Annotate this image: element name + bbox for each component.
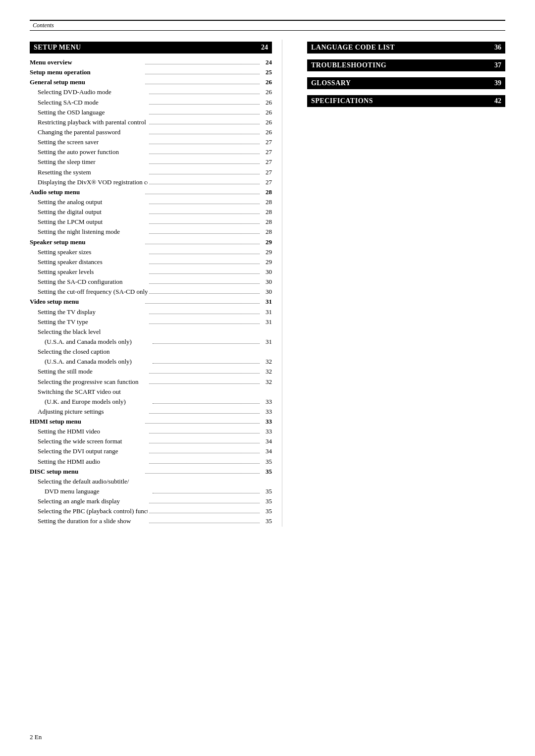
troubleshooting-header: TROUBLESHOOTING 37 bbox=[307, 59, 505, 71]
toc-entry-label: Selecting the progressive scan function bbox=[38, 377, 148, 387]
toc-entry-page: 28 bbox=[261, 227, 272, 237]
toc-entry: Selecting the DVI output range34 bbox=[30, 446, 272, 456]
toc-entry-label: Setting the still mode bbox=[38, 367, 148, 377]
toc-entry: Setting the night listening mode28 bbox=[30, 227, 272, 237]
toc-entry: Selecting an angle mark display35 bbox=[30, 496, 272, 506]
troubleshooting-page: 37 bbox=[494, 61, 501, 69]
toc-entry-label: HDMI setup menu bbox=[30, 417, 144, 427]
toc-entry-page: 35 bbox=[261, 506, 272, 516]
toc-entry-label: Selecting the wide screen format bbox=[38, 436, 148, 446]
glossary-title: GLOSSARY bbox=[311, 79, 351, 87]
toc-entry-label: Setting the OSD language bbox=[38, 108, 148, 117]
toc-entry-page: 30 bbox=[261, 277, 272, 287]
toc-entry-label: Setting the LPCM output bbox=[38, 217, 148, 227]
content-area: SETUP MENU 24 Menu overview24Setup menu … bbox=[30, 40, 505, 527]
toc-entry-label: Resetting the system bbox=[38, 167, 148, 177]
toc-entry-page: 26 bbox=[261, 127, 272, 137]
setup-menu-header: SETUP MENU 24 bbox=[30, 42, 272, 54]
toc-entry: Setting the OSD language26 bbox=[30, 108, 272, 117]
specifications-page: 42 bbox=[494, 97, 501, 105]
toc-entry-page: 30 bbox=[261, 267, 272, 277]
toc-entry-page: 32 bbox=[261, 377, 272, 387]
toc-entry: Setting the analog output28 bbox=[30, 197, 272, 207]
toc-entry-line2: (U.S.A. and Canada models only)32 bbox=[38, 357, 272, 367]
toc-entry-label: Video setup menu bbox=[30, 297, 144, 307]
toc-entry-page: 35 bbox=[261, 457, 272, 467]
toc-entry: Menu overview24 bbox=[30, 57, 272, 67]
page-footer: 2 En bbox=[30, 733, 42, 741]
toc-entry: Setting the HDMI audio35 bbox=[30, 457, 272, 467]
toc-entry-dots bbox=[149, 443, 259, 443]
toc-entry-page: 33 bbox=[261, 427, 272, 436]
toc-entry-dots bbox=[145, 473, 259, 474]
toc-entry-label: Changing the parental password bbox=[38, 127, 148, 137]
toc-entry-page: 35 bbox=[261, 486, 272, 496]
toc-entry-label: Selecting DVD-Audio mode bbox=[38, 87, 148, 97]
toc-entry: Displaying the DivX® VOD registration co… bbox=[30, 177, 272, 187]
toc-entry-label: Setting the TV type bbox=[38, 317, 148, 327]
toc-entry-dots bbox=[149, 233, 259, 234]
language-code-list-title: LANGUAGE CODE LIST bbox=[311, 44, 395, 52]
language-code-list-section: LANGUAGE CODE LIST 36 bbox=[307, 42, 505, 54]
toc-entry-multiline: Selecting the closed caption(U.S.A. and … bbox=[30, 347, 272, 367]
toc-entry-label: Displaying the DivX® VOD registration co… bbox=[38, 177, 148, 187]
toc-entry-page: 27 bbox=[261, 137, 272, 147]
toc-entry-dots bbox=[145, 74, 259, 74]
toc-entry: Setting the auto power function27 bbox=[30, 147, 272, 157]
toc-entry-dots bbox=[149, 373, 259, 374]
toc-entry-dots bbox=[149, 324, 259, 324]
toc-entry-dots bbox=[149, 104, 259, 105]
toc-entry-page: 34 bbox=[261, 436, 272, 446]
toc-entry-page: 35 bbox=[261, 467, 272, 477]
toc-entry-label: DISC setup menu bbox=[30, 467, 144, 477]
toc-entry: General setup menu26 bbox=[30, 77, 272, 87]
toc-entry-label: Setting speaker distances bbox=[38, 257, 148, 267]
toc-entry-dots bbox=[149, 433, 259, 433]
toc-entry-line2-label: (U.K. and Europe models only) bbox=[45, 397, 151, 407]
toc-entry-dots bbox=[145, 64, 259, 64]
toc-entry: Audio setup menu28 bbox=[30, 187, 272, 197]
toc-entry-page: 26 bbox=[261, 98, 272, 108]
toc-entry-page: 28 bbox=[261, 187, 272, 197]
toc-entry-label: Setting the sleep timer bbox=[38, 157, 148, 167]
toc-entry-label: Selecting the closed caption bbox=[38, 347, 272, 357]
toc-entry-page: 33 bbox=[261, 397, 272, 407]
toc-entry-line2: (U.K. and Europe models only)33 bbox=[38, 397, 272, 407]
toc-entry-line2: DVD menu language35 bbox=[38, 486, 272, 496]
specifications-title: SPECIFICATIONS bbox=[311, 97, 373, 105]
toc-entry-page: 26 bbox=[261, 117, 272, 127]
toc-entry-label: General setup menu bbox=[30, 77, 144, 87]
toc-entry-label: Setting the analog output bbox=[38, 197, 148, 207]
toc-entry-label: Setting the HDMI video bbox=[38, 427, 148, 436]
toc-entry-dots bbox=[153, 343, 259, 344]
header-bar: Contents bbox=[30, 20, 505, 31]
toc-entry-label: Setting the night listening mode bbox=[38, 227, 148, 237]
toc-entry: Setting the SA-CD configuration30 bbox=[30, 277, 272, 287]
glossary-section: GLOSSARY 39 bbox=[307, 77, 505, 89]
toc-entry-label: Speaker setup menu bbox=[30, 237, 144, 247]
toc-entry-page: 28 bbox=[261, 197, 272, 207]
toc-entry-label: Restricting playback with parental contr… bbox=[38, 117, 148, 127]
toc-entry: Setting the TV type31 bbox=[30, 317, 272, 327]
toc-entry-line2-label: (U.S.A. and Canada models only) bbox=[45, 337, 151, 347]
toc-entry-page: 28 bbox=[261, 217, 272, 227]
toc-entry-page: 27 bbox=[261, 177, 272, 187]
toc-entry-dots bbox=[149, 134, 259, 134]
language-code-list-header: LANGUAGE CODE LIST 36 bbox=[307, 42, 505, 54]
toc-entry-dots bbox=[153, 493, 259, 493]
toc-entry: Setting the duration for a slide show35 bbox=[30, 516, 272, 526]
setup-menu-title: SETUP MENU bbox=[34, 44, 81, 52]
toc-entry: Setting the screen saver27 bbox=[30, 137, 272, 147]
language-code-list-page: 36 bbox=[494, 44, 501, 52]
toc-entry-dots bbox=[149, 163, 259, 164]
toc-entry-page: 27 bbox=[261, 157, 272, 167]
toc-entry: Setting the cut-off frequency (SA-CD onl… bbox=[30, 287, 272, 297]
toc-entry-page: 24 bbox=[261, 57, 272, 67]
toc-entry-dots bbox=[145, 194, 259, 194]
troubleshooting-section: TROUBLESHOOTING 37 bbox=[307, 59, 505, 71]
toc-entry-label: Setting the SA-CD configuration bbox=[38, 277, 148, 287]
toc-entry-dots bbox=[149, 184, 259, 184]
toc-entry-page: 27 bbox=[261, 147, 272, 157]
toc-entry-line2-label: (U.S.A. and Canada models only) bbox=[45, 357, 151, 367]
toc-entry-label: Setting the duration for a slide show bbox=[38, 516, 148, 526]
